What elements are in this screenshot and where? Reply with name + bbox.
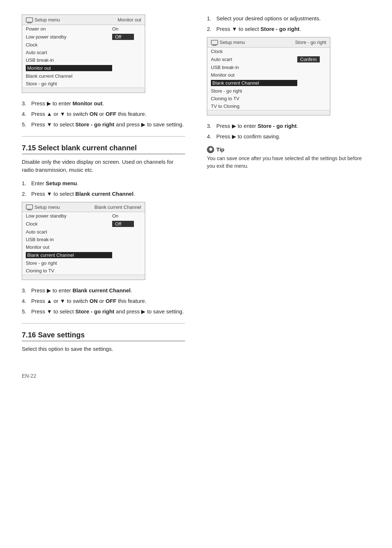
menu-row-highlighted: Blank current Channel [207, 79, 330, 87]
menu-row: TV to Cloning [207, 102, 330, 110]
steps-right-bottom: 3. Press ▶ to enter Store - go right. 4.… [207, 122, 370, 140]
step-item: 1. Enter Setup menu. [22, 179, 185, 187]
menu-row: Cloning to TV [22, 267, 145, 275]
step-item: 4. Press ▲ or ▼ to switch ON or OFF this… [22, 297, 185, 305]
menu-icon-1 [26, 17, 34, 23]
menu-header-3: Setup menu Store - go right [207, 37, 330, 48]
menu-footer-3 [207, 110, 330, 115]
menu-row: Store - go right [22, 80, 145, 88]
menu-row: Store - go right [22, 259, 145, 267]
step-item: 2. Press ▼ to select Blank current Chann… [22, 190, 185, 198]
menu-right-title-3: Store - go right [295, 40, 326, 46]
tip-box: ✱ Tip You can save once after you have s… [207, 146, 370, 170]
menu-row: Clock [22, 41, 145, 49]
menu-row: Clock [207, 48, 330, 55]
step-item: 1. Select your desired options or adjust… [207, 15, 370, 22]
menu-header-1: Setup menu Monitor out [22, 15, 145, 25]
menu-row: Monitor out [22, 243, 145, 251]
tip-title: ✱ Tip [207, 146, 370, 153]
steps-right-top: 1. Select your desired options or adjust… [207, 15, 370, 33]
step-item: 5. Press ▼ to select Store - go right an… [22, 308, 185, 315]
svg-rect-0 [26, 17, 33, 22]
step-item: 3. Press ▶ to enter Blank current Channe… [22, 287, 185, 294]
menu-row: Monitor out [207, 71, 330, 79]
menu-diagram-monitor-out: Setup menu Monitor out Power on On Low p… [22, 15, 145, 93]
menu-row: Auto scart [22, 228, 145, 236]
menu-diagram-blank-channel: Setup menu Blank current Channel Low pow… [22, 202, 145, 280]
menu-footer-2 [22, 275, 145, 280]
menu-row: Power on On [22, 25, 145, 33]
page-footer: EN-22 [22, 373, 370, 379]
menu-row: Low power standby On [22, 212, 145, 220]
section-divider [22, 136, 185, 137]
step-item: 4. Press ▶ to confirm saving. [207, 133, 370, 140]
tip-heading: Tip [216, 146, 224, 153]
step-item: 5. Press ▼ to select Store - go right an… [22, 121, 185, 128]
menu-row: Auto scart Confirm [207, 55, 330, 64]
menu-right-title-1: Monitor out [118, 17, 141, 23]
menu-right-title-2: Blank current Channel [94, 204, 141, 211]
menu-row: Low power standby Off [22, 33, 145, 41]
menu-row-highlighted: Monitor out [22, 64, 145, 72]
tip-text: You can save once after you have selecte… [207, 155, 370, 170]
menu-row-highlighted: Blank current Channel [22, 251, 145, 259]
section-divider-716 [22, 323, 185, 324]
step-item: 4. Press ▲ or ▼ to switch ON or OFF this… [22, 110, 185, 118]
step-item: 3. Press ▶ to enter Monitor out. [22, 100, 185, 107]
menu-row: Clock Off [22, 220, 145, 228]
page-number: EN-22 [22, 373, 36, 379]
menu-icon-3 [211, 40, 220, 46]
page-layout: Setup menu Monitor out Power on On Low p… [22, 15, 370, 358]
svg-rect-8 [211, 40, 218, 44]
right-column: 1. Select your desired options or adjust… [207, 15, 370, 358]
section-715-heading: 7.15 Select blank current channel [22, 144, 185, 154]
step-item: 2. Press ▼ to select Store - go right. [207, 25, 370, 33]
tip-icon: ✱ [207, 146, 214, 153]
section-715-desc: Disable only the video display on screen… [22, 158, 185, 174]
step-item: 3. Press ▶ to enter Store - go right. [207, 122, 370, 130]
section-716-desc: Select this option to save the settings. [22, 345, 185, 353]
menu-row: Blank current Channel [22, 72, 145, 80]
svg-rect-4 [26, 205, 33, 209]
left-column: Setup menu Monitor out Power on On Low p… [22, 15, 185, 358]
menu-diagram-store-right: Setup menu Store - go right Clock Auto s… [207, 37, 330, 115]
menu-row: Store - go right [207, 87, 330, 95]
menu-row: USB break-in [22, 56, 145, 64]
steps-715-before: 1. Enter Setup menu. 2. Press ▼ to selec… [22, 179, 185, 198]
steps-monitor-out: 3. Press ▶ to enter Monitor out. 4. Pres… [22, 100, 185, 128]
menu-header-2: Setup menu Blank current Channel [22, 202, 145, 212]
menu-row: Cloning to TV [207, 95, 330, 102]
section-716-heading: 7.16 Save settings [22, 331, 185, 341]
menu-icon-2 [26, 204, 34, 211]
menu-title-2: Setup menu [34, 204, 94, 211]
menu-row: USB break-in [22, 236, 145, 243]
menu-row: Auto scart [22, 49, 145, 56]
menu-title-1: Setup menu [34, 17, 118, 23]
steps-715-after: 3. Press ▶ to enter Blank current Channe… [22, 287, 185, 315]
menu-row: USB break-in [207, 64, 330, 71]
menu-title-3: Setup menu [220, 40, 295, 46]
menu-footer-1 [22, 88, 145, 93]
